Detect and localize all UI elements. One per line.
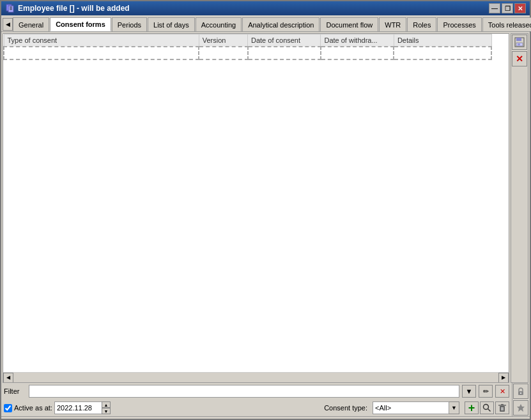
svg-point-17	[520, 393, 521, 394]
col-header-details: Details	[394, 35, 491, 47]
tab-document-flow[interactable]: Document flow	[320, 17, 378, 31]
tab-accounting[interactable]: Accounting	[196, 17, 242, 31]
lock-icon	[516, 387, 525, 396]
lock-button[interactable]	[513, 384, 528, 399]
tab-periods[interactable]: Periods	[112, 17, 147, 31]
tab-analytical-description[interactable]: Analytical description	[242, 17, 319, 31]
date-spinner: ▲ ▼	[54, 401, 111, 414]
consent-type-label: Consent type:	[324, 404, 367, 412]
tab-consent-forms[interactable]: Consent forms	[50, 17, 111, 31]
restore-button[interactable]: ❐	[502, 3, 513, 13]
tab-processes[interactable]: Processes	[437, 17, 481, 31]
svg-rect-6	[516, 38, 521, 41]
tab-roles[interactable]: Roles	[407, 17, 436, 31]
svg-point-9	[484, 405, 489, 410]
close-button[interactable]: ✕	[514, 3, 526, 13]
svg-rect-8	[518, 43, 520, 45]
pin-icon	[516, 403, 525, 412]
tab-list-of-days[interactable]: List of days	[148, 17, 195, 31]
save-button[interactable]	[512, 35, 527, 50]
svg-rect-11	[500, 406, 505, 412]
filter-clear-button[interactable]: ✕	[495, 385, 509, 398]
table-container: Type of consent Version Date of consent …	[3, 34, 492, 372]
active-as-at-label: Active as at:	[14, 404, 52, 412]
filter-label: Filter	[4, 387, 26, 395]
col-header-withdraw-date: Date of withdra...	[321, 35, 394, 47]
spinner-down-button[interactable]: ▼	[102, 408, 111, 414]
col-header-consent-date: Date of consent	[248, 35, 321, 47]
tab-bar: ◀ General Consent forms Periods List of …	[1, 15, 530, 32]
title-bar-left: Employee file [] - will be added	[5, 3, 130, 13]
add-button[interactable]: +	[465, 401, 479, 414]
svg-line-10	[488, 409, 491, 412]
tab-nav-left[interactable]: ◀	[3, 18, 13, 31]
minimize-button[interactable]: —	[489, 3, 500, 13]
title-buttons: — ❐ ✕	[489, 3, 526, 13]
filter-row: Filter ▼ ✏ ✕	[1, 383, 512, 400]
scroll-left-button[interactable]: ◀	[3, 373, 13, 383]
title-bar: Employee file [] - will be added — ❐ ✕	[1, 1, 530, 15]
scroll-right-button[interactable]: ▶	[498, 373, 509, 383]
filter-input[interactable]	[29, 385, 459, 398]
active-as-at-checkbox[interactable]	[4, 404, 12, 412]
horizontal-scrollbar[interactable]: ◀ ▶	[3, 372, 509, 382]
trash-icon	[498, 403, 507, 412]
spinner-up-button[interactable]: ▲	[102, 401, 111, 408]
options-row: Active as at: ▲ ▼ Consent type: ▼	[1, 400, 512, 416]
window-title: Employee file [] - will be added	[18, 4, 130, 13]
svg-rect-13	[501, 404, 504, 405]
bottom-right-toolbar	[512, 383, 530, 416]
right-toolbar: ✕	[511, 33, 528, 383]
consent-type-dropdown[interactable]: ▼	[449, 401, 459, 414]
tab-wtr[interactable]: WTR	[379, 17, 406, 31]
filter-edit-button[interactable]: ✏	[479, 385, 493, 398]
consent-type-group: ▼	[373, 401, 459, 414]
tab-general[interactable]: General	[13, 17, 49, 31]
spinner-buttons: ▲ ▼	[102, 401, 111, 414]
filter-dropdown-button[interactable]: ▼	[462, 385, 476, 398]
delete-button[interactable]: ✕	[512, 51, 527, 66]
main-window: Employee file [] - will be added — ❐ ✕ ◀…	[0, 0, 531, 420]
search-icon	[482, 403, 491, 412]
consent-forms-table: Type of consent Version Date of consent …	[3, 34, 492, 60]
action-buttons: +	[465, 401, 509, 414]
bottom-inner: Filter ▼ ✏ ✕ Active as at: ▲ ▼	[1, 383, 512, 416]
save-icon	[514, 37, 525, 47]
table-header-row: Type of consent Version Date of consent …	[4, 35, 491, 47]
col-header-version: Version	[199, 35, 247, 47]
pin-button[interactable]	[513, 400, 528, 416]
consent-type-input[interactable]	[373, 401, 449, 414]
app-icon	[5, 3, 15, 13]
svg-marker-18	[517, 404, 525, 412]
col-header-type: Type of consent	[4, 35, 199, 47]
bottom-area: Filter ▼ ✏ ✕ Active as at: ▲ ▼	[1, 383, 530, 416]
trash-button[interactable]	[495, 401, 509, 414]
active-as-at-group: Active as at: ▲ ▼	[4, 401, 111, 414]
date-input[interactable]	[54, 401, 102, 414]
status-bar	[1, 416, 530, 419]
table-empty-row	[4, 47, 491, 59]
tab-tools-released[interactable]: Tools released	[482, 17, 531, 31]
search-button[interactable]	[480, 401, 494, 414]
